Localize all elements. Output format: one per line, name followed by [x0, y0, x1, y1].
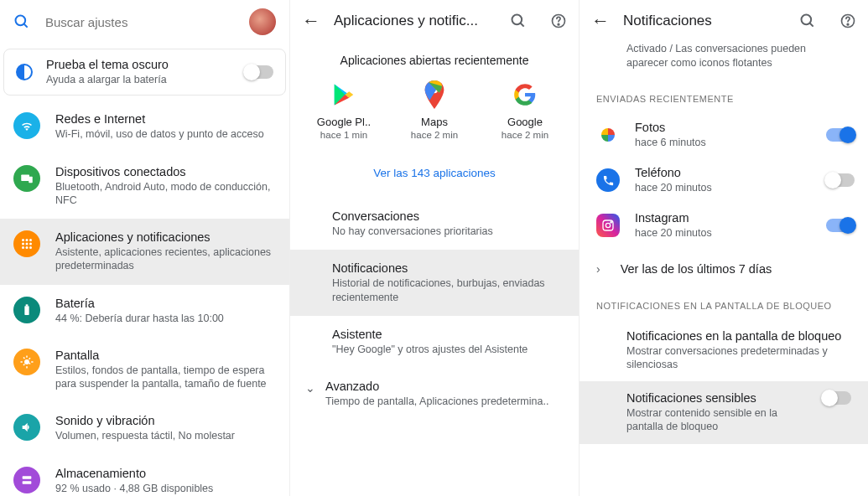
search-icon[interactable] [510, 13, 527, 29]
maps-icon [420, 80, 449, 109]
dark-theme-sub: Ayuda a alargar la batería [46, 73, 231, 86]
dark-theme-text: Prueba el tema oscuro Ayuda a alargar la… [46, 58, 231, 86]
setting-row-apps[interactable]: Aplicaciones y notificacionesAsistente, … [0, 219, 289, 285]
app-play-store[interactable]: Google Pl.. hace 1 min [306, 80, 382, 140]
svg-rect-13 [24, 306, 29, 315]
dark-theme-title: Prueba el tema oscuro [46, 58, 231, 71]
notif-row-fotos[interactable]: Fotoshace 6 minutos [580, 112, 868, 158]
apps-icon [13, 230, 40, 257]
svg-point-26 [847, 23, 849, 25]
panel2-header: ← Aplicaciones y notific... [290, 0, 579, 42]
search-input[interactable] [45, 15, 234, 29]
app-maps[interactable]: Maps hace 2 min [397, 80, 472, 140]
back-icon[interactable]: ← [591, 10, 610, 32]
help-icon[interactable] [839, 13, 856, 29]
svg-point-29 [611, 222, 611, 223]
dark-theme-card[interactable]: Prueba el tema oscuro Ayuda a alargar la… [3, 49, 286, 96]
lock-row-sensitive[interactable]: Notificaciones sensibles Mostrar conteni… [580, 381, 868, 444]
svg-point-18 [512, 15, 522, 25]
devices-icon [13, 165, 40, 192]
lockscreen-label: NOTIFICACIONES EN LA PANTALLA DE BLOQUEO [580, 289, 868, 319]
settings-main-panel: Prueba el tema oscuro Ayuda a alargar la… [0, 0, 289, 496]
fotos-toggle[interactable] [826, 128, 855, 142]
notif-row-instagram[interactable]: Instagramhace 20 minutos [580, 203, 868, 248]
instagram-toggle[interactable] [826, 219, 855, 232]
dark-theme-icon [16, 64, 33, 80]
panel3-header: ← Notificaciones [580, 0, 868, 42]
dark-theme-toggle[interactable] [245, 65, 273, 79]
play-store-icon [330, 80, 358, 109]
svg-rect-14 [26, 304, 29, 306]
search-bar[interactable] [0, 0, 289, 44]
help-icon[interactable] [550, 13, 567, 29]
back-icon[interactable]: ← [302, 10, 320, 32]
apps-notifications-panel: ← Aplicaciones y notific... Aplicaciones… [289, 0, 579, 496]
setting-row-display[interactable]: PantallaEstilos, fondos de pantalla, tie… [0, 337, 289, 403]
search-icon [13, 13, 30, 30]
app-google[interactable]: Google hace 2 min [487, 80, 563, 140]
svg-point-11 [26, 246, 29, 249]
setting-row-network[interactable]: Redes e InternetWi-Fi, móvil, uso de dat… [0, 101, 289, 152]
notifications-panel: ← Notificaciones Activado / Las conversa… [579, 0, 868, 496]
svg-rect-3 [29, 176, 33, 183]
notif-row-telefono[interactable]: Teléfonohace 20 minutos [580, 158, 868, 203]
recent-apps-row: Google Pl.. hace 1 min Maps hace 2 min G… [290, 80, 579, 152]
svg-point-7 [22, 243, 24, 245]
svg-point-9 [29, 243, 32, 245]
recent-apps-label: Aplicaciones abiertas recientemente [290, 42, 579, 80]
photos-icon [596, 123, 620, 147]
display-icon [13, 349, 40, 375]
chevron-right-icon: › [596, 262, 600, 276]
svg-point-10 [22, 246, 24, 249]
bubbles-status: Activado / Las conversaciones pueden apa… [580, 42, 868, 82]
avatar[interactable] [249, 8, 276, 35]
see-last-7-days[interactable]: › Ver las de los últimos 7 días [580, 249, 868, 289]
panel2-title: Aplicaciones y notific... [334, 13, 486, 29]
search-icon[interactable] [799, 13, 816, 29]
svg-rect-17 [23, 481, 32, 483]
see-all-apps-link[interactable]: Ver las 143 aplicaciones [290, 152, 579, 198]
phone-icon [596, 168, 620, 192]
lock-row-notifications[interactable]: Notificaciones en la pantalla de bloqueo… [580, 319, 868, 382]
setting-row-devices[interactable]: Dispositivos conectadosBluetooth, Androi… [0, 153, 289, 220]
setting-row-battery[interactable]: Batería44 %: Debería durar hasta las 10:… [0, 285, 289, 337]
instagram-icon [596, 214, 620, 237]
battery-icon [13, 297, 40, 323]
svg-line-24 [810, 23, 813, 27]
google-icon [511, 80, 539, 109]
svg-point-21 [558, 23, 559, 25]
svg-point-15 [24, 359, 29, 364]
sound-icon [13, 414, 40, 441]
svg-rect-2 [21, 174, 29, 181]
svg-point-5 [26, 239, 29, 241]
svg-line-1 [24, 24, 28, 28]
sensitive-toggle[interactable] [823, 391, 851, 405]
telefono-toggle[interactable] [826, 173, 855, 187]
setting-row-storage[interactable]: Almacenamiento92 % usado · 4,88 GB dispo… [0, 455, 289, 497]
svg-point-12 [29, 246, 32, 249]
row-assistant[interactable]: Asistente "Hey Google" y otros ajustes d… [290, 316, 579, 368]
wifi-icon [13, 112, 40, 139]
setting-row-sound[interactable]: Sonido y vibraciónVolumen, respuesta tác… [0, 402, 289, 454]
chevron-down-icon: ⌄ [305, 381, 315, 395]
svg-line-19 [521, 23, 524, 27]
svg-rect-16 [23, 476, 32, 478]
svg-point-8 [26, 243, 29, 245]
row-advanced[interactable]: ⌄ Avanzado Tiempo de pantalla, Aplicacio… [290, 368, 579, 420]
svg-point-23 [802, 15, 812, 25]
storage-icon [13, 467, 40, 493]
sent-recently-label: ENVIADAS RECIENTEMENTE [580, 82, 868, 112]
row-conversations[interactable]: Conversaciones No hay conversaciones pri… [290, 198, 579, 250]
svg-point-6 [29, 239, 32, 241]
row-notifications[interactable]: Notificaciones Historial de notificacion… [290, 250, 579, 316]
svg-point-0 [16, 16, 26, 26]
svg-point-28 [606, 224, 610, 228]
svg-point-4 [22, 239, 24, 241]
panel3-title: Notificaciones [623, 13, 776, 29]
